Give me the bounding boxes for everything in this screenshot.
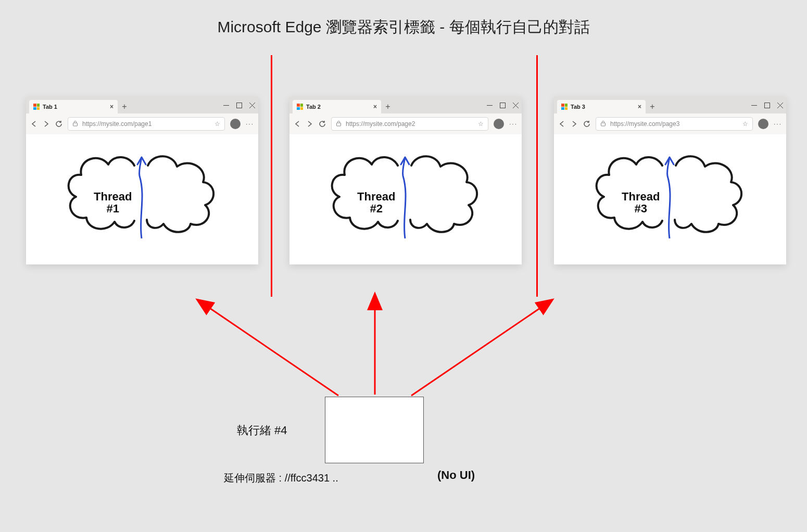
address-bar[interactable]: https://mysite.com/page3 ☆ <box>596 117 753 131</box>
tab-label: Tab 1 <box>43 104 57 110</box>
svg-rect-4 <box>73 123 78 126</box>
tab-label: Tab 3 <box>571 104 585 110</box>
refresh-button[interactable] <box>55 120 62 128</box>
extension-server-label: 延伸伺服器 : //ffcc3431 .. <box>224 471 338 485</box>
close-window-icon[interactable] <box>777 103 783 108</box>
close-window-icon[interactable] <box>249 103 255 108</box>
url-text: https://mysite.com/page3 <box>610 120 679 128</box>
back-button[interactable] <box>558 120 565 128</box>
favorite-icon[interactable]: ☆ <box>742 120 748 128</box>
svg-line-16 <box>208 307 338 396</box>
new-tab-button[interactable]: + <box>118 100 131 113</box>
favorite-icon[interactable]: ☆ <box>215 120 220 128</box>
more-menu-icon[interactable]: ··· <box>246 120 254 128</box>
thread4-label: 執行緒 #4 <box>237 423 287 438</box>
tab-label: Tab 2 <box>306 104 321 110</box>
toolbar: https://mysite.com/page2 ☆ ··· <box>289 113 522 134</box>
titlebar: Tab 3 × + <box>554 97 786 113</box>
back-button[interactable] <box>30 120 37 128</box>
separator-line <box>271 55 272 297</box>
url-text: https://mysite.com/page2 <box>346 120 415 128</box>
svg-rect-6 <box>500 103 506 108</box>
refresh-button[interactable] <box>583 120 590 128</box>
minimize-icon[interactable] <box>751 103 757 108</box>
more-menu-icon[interactable]: ··· <box>774 120 782 128</box>
thread-cloud-icon <box>554 134 786 264</box>
new-tab-button[interactable]: + <box>381 100 395 113</box>
browser-window-1: Tab 1 × + https://mysite.com/page1 ☆ ··· <box>26 97 258 264</box>
new-tab-button[interactable]: + <box>646 100 659 113</box>
page-content: Thread #3 <box>554 134 786 264</box>
close-tab-icon[interactable]: × <box>373 103 377 110</box>
window-controls <box>487 97 519 113</box>
svg-rect-1 <box>237 103 242 108</box>
maximize-icon[interactable] <box>764 103 770 108</box>
edge-favicon-icon <box>561 104 568 110</box>
forward-button[interactable] <box>43 120 50 128</box>
profile-avatar[interactable] <box>494 119 504 129</box>
browser-window-3: Tab 3 × + https://mysite.com/page3 ☆ ···… <box>554 97 786 264</box>
thread-cloud-icon <box>26 134 258 264</box>
minimize-icon[interactable] <box>223 103 229 108</box>
more-menu-icon[interactable]: ··· <box>509 120 518 128</box>
close-window-icon[interactable] <box>513 103 519 108</box>
thread-cloud-icon <box>289 134 522 264</box>
thread-label: Thread #2 <box>357 191 395 214</box>
browser-window-2: Tab 2 × + https://mysite.com/page2 ☆ ···… <box>289 97 522 264</box>
browser-tab[interactable]: Tab 1 × <box>29 100 118 113</box>
window-controls <box>751 97 783 113</box>
no-ui-label: (No UI) <box>437 468 475 482</box>
svg-rect-9 <box>337 123 341 126</box>
address-bar[interactable]: https://mysite.com/page2 ☆ <box>331 117 488 131</box>
titlebar: Tab 2 × + <box>289 97 522 113</box>
extension-server-box <box>325 397 424 463</box>
address-bar[interactable]: https://mysite.com/page1 ☆ <box>68 117 225 131</box>
profile-avatar[interactable] <box>758 119 768 129</box>
thread-label: Thread #1 <box>94 191 132 214</box>
window-controls <box>223 97 255 113</box>
browser-tab[interactable]: Tab 3 × <box>557 100 646 113</box>
page-content: Thread #1 <box>26 134 258 264</box>
page-content: Thread #2 <box>289 134 522 264</box>
forward-button[interactable] <box>306 120 313 128</box>
diagram-title: Microsoft Edge 瀏覽器索引標籤 - 每個執行自己的對話 <box>217 17 589 38</box>
separator-line <box>536 55 538 297</box>
edge-favicon-icon <box>297 104 303 110</box>
toolbar: https://mysite.com/page3 ☆ ··· <box>554 113 786 134</box>
forward-button[interactable] <box>571 120 578 128</box>
titlebar: Tab 1 × + <box>26 97 258 113</box>
lock-icon <box>600 120 606 128</box>
maximize-icon[interactable] <box>500 103 506 108</box>
refresh-button[interactable] <box>319 120 326 128</box>
toolbar: https://mysite.com/page1 ☆ ··· <box>26 113 258 134</box>
back-button[interactable] <box>294 120 301 128</box>
edge-favicon-icon <box>33 104 40 110</box>
lock-icon <box>336 120 342 128</box>
svg-rect-14 <box>601 123 606 126</box>
thread-label: Thread #3 <box>622 191 660 214</box>
close-tab-icon[interactable]: × <box>110 103 114 110</box>
browser-tab[interactable]: Tab 2 × <box>293 100 381 113</box>
minimize-icon[interactable] <box>487 103 493 108</box>
lock-icon <box>72 120 78 128</box>
svg-line-18 <box>411 307 541 396</box>
favorite-icon[interactable]: ☆ <box>478 120 484 128</box>
profile-avatar[interactable] <box>230 119 241 129</box>
close-tab-icon[interactable]: × <box>638 103 641 110</box>
url-text: https://mysite.com/page1 <box>82 120 152 128</box>
svg-rect-11 <box>765 103 770 108</box>
maximize-icon[interactable] <box>236 103 242 108</box>
